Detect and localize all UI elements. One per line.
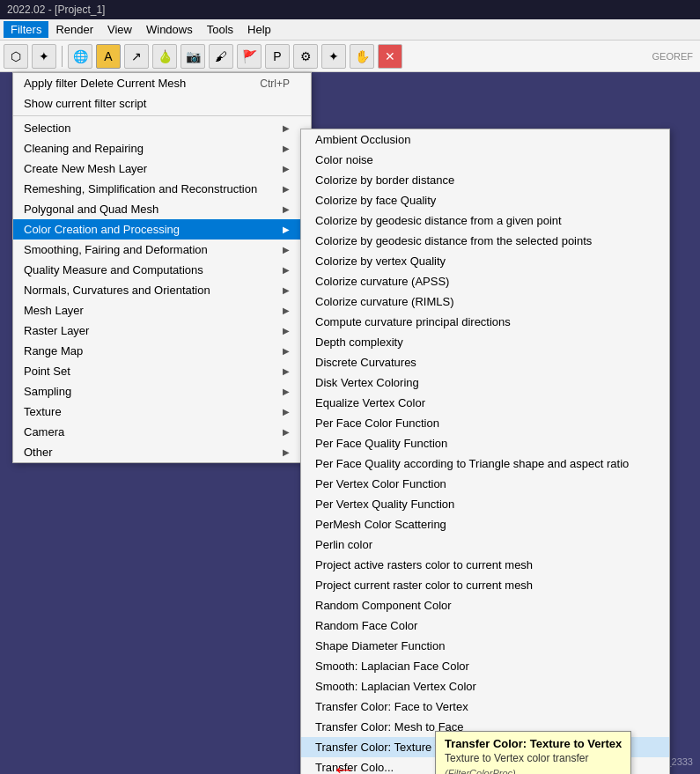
submenu-transfer-face-to-vertex[interactable]: Transfer Color: Face to Vertex — [301, 697, 669, 717]
menu-item-windows[interactable]: Windows — [139, 21, 200, 38]
submenu-colorize-geodesic-point[interactable]: Colorize by geodesic distance from a giv… — [301, 210, 669, 231]
mesh-layer-label: Mesh Layer — [24, 304, 84, 317]
color-creation-arrow: ▶ — [283, 225, 290, 234]
show-script-label: Show current filter script — [24, 97, 146, 110]
range-map-label: Range Map — [24, 344, 83, 358]
normals-label: Normals, Curvatures and Orientation — [24, 284, 210, 297]
menu-polygonal[interactable]: Polygonal and Quad Mesh ▶ — [13, 199, 311, 219]
submenu-permesh-color-scattering[interactable]: PerMesh Color Scattering — [301, 514, 669, 534]
menu-item-help[interactable]: Help — [240, 21, 278, 38]
submenu-per-vertex-color-function[interactable]: Per Vertex Color Function — [301, 474, 669, 494]
submenu-per-face-quality-triangle[interactable]: Per Face Quality according to Triangle s… — [301, 453, 669, 474]
toolbar-sep-1 — [62, 46, 63, 67]
submenu-color-noise[interactable]: Color noise — [301, 150, 669, 170]
toolbar-btn-mesh[interactable]: ⬡ — [4, 44, 28, 69]
toolbar-btn-fruit[interactable]: 🍐 — [152, 44, 177, 69]
submenu-colorize-border[interactable]: Colorize by border distance — [301, 170, 669, 190]
menu-bar: Filters Render View Windows Tools Help — [0, 19, 700, 41]
menu-show-script[interactable]: Show current filter script — [13, 93, 311, 114]
submenu-colorize-vertex-quality[interactable]: Colorize by vertex Quality — [301, 251, 669, 271]
menu-color-creation[interactable]: Color Creation and Processing ▶ — [13, 219, 311, 240]
smoothing-label: Smoothing, Fairing and Deformation — [24, 243, 208, 256]
submenu-colorize-geodesic-selected[interactable]: Colorize by geodesic distance from the s… — [301, 231, 669, 251]
menu-apply-filter[interactable]: Apply filter Delete Current Mesh Ctrl+P — [13, 73, 311, 93]
menu-sep-1 — [13, 115, 311, 116]
toolbar-btn-close[interactable]: ✕ — [378, 44, 402, 69]
submenu-equalize-vertex[interactable]: Equalize Vertex Color — [301, 393, 669, 413]
texture-arrow: ▶ — [283, 407, 290, 416]
cleaning-arrow: ▶ — [283, 144, 290, 153]
menu-camera[interactable]: Camera ▶ — [13, 422, 311, 442]
menu-range-map[interactable]: Range Map ▶ — [13, 341, 311, 361]
submenu-colorize-rimls[interactable]: Colorize curvature (RIMLS) — [301, 291, 669, 312]
submenu-disk-vertex-coloring[interactable]: Disk Vertex Coloring — [301, 372, 669, 393]
submenu-per-face-color-function[interactable]: Per Face Color Function — [301, 413, 669, 433]
submenu-ambient-occlusion[interactable]: Ambient Occlusion — [301, 129, 669, 150]
toolbar-btn-globe[interactable]: 🌐 — [68, 44, 92, 69]
menu-smoothing[interactable]: Smoothing, Fairing and Deformation ▶ — [13, 240, 311, 260]
polygonal-label: Polygonal and Quad Mesh — [24, 203, 158, 216]
toolbar-btn-camera[interactable]: 📷 — [181, 44, 205, 69]
title-text: 2022.02 - [Project_1] — [7, 4, 105, 16]
submenu-project-active-rasters[interactable]: Project active rasters color to current … — [301, 555, 669, 575]
texture-label: Texture — [24, 405, 62, 418]
toolbar-btn-a[interactable]: A — [96, 44, 121, 69]
quality-label: Quality Measure and Computations — [24, 263, 203, 276]
submenu-compute-curvature[interactable]: Compute curvature principal directions — [301, 312, 669, 332]
toolbar-btn-flag[interactable]: 🚩 — [237, 44, 262, 69]
menu-item-filters[interactable]: Filters — [4, 21, 48, 38]
menu-create-mesh[interactable]: Create New Mesh Layer ▶ — [13, 158, 311, 179]
submenu-perlin-color[interactable]: Perlin color — [301, 534, 669, 555]
submenu-smooth-laplacian-vertex[interactable]: Smooth: Laplacian Vertex Color — [301, 676, 669, 697]
submenu-depth-complexity[interactable]: Depth complexity — [301, 332, 669, 352]
toolbar-btn-arrow[interactable]: ↗ — [124, 44, 149, 69]
menu-texture[interactable]: Texture ▶ — [13, 402, 311, 422]
selection-arrow: ▶ — [283, 123, 290, 133]
toolbar-btn-star[interactable]: ✦ — [321, 44, 346, 69]
raster-layer-label: Raster Layer — [24, 324, 89, 337]
submenu-per-vertex-quality-function[interactable]: Per Vertex Quality Function — [301, 494, 669, 514]
submenu-project-current-raster[interactable]: Project current raster color to current … — [301, 575, 669, 595]
submenu-shape-diameter[interactable]: Shape Diameter Function — [301, 636, 669, 656]
menu-item-render[interactable]: Render — [48, 21, 100, 38]
toolbar-btn-p[interactable]: P — [265, 44, 290, 69]
remeshing-arrow: ▶ — [283, 184, 290, 194]
submenu-per-face-quality-function[interactable]: Per Face Quality Function — [301, 433, 669, 453]
toolbar-btn-gear[interactable]: ⚙ — [293, 44, 318, 69]
menu-cleaning[interactable]: Cleaning and Repairing ▶ — [13, 138, 311, 158]
point-set-label: Point Set — [24, 365, 70, 378]
submenu-smooth-laplacian-face[interactable]: Smooth: Laplacian Face Color — [301, 656, 669, 676]
mesh-layer-arrow: ▶ — [283, 306, 290, 315]
menu-other[interactable]: Other ▶ — [13, 442, 311, 462]
tooltip-title: Transfer Color: Texture to Vertex — [445, 737, 622, 750]
color-creation-label: Color Creation and Processing — [24, 223, 180, 236]
submenu-random-component-color[interactable]: Random Component Color — [301, 595, 669, 616]
raster-layer-arrow: ▶ — [283, 326, 290, 335]
submenu-colorize-face-quality[interactable]: Colorize by face Quality — [301, 190, 669, 210]
menu-item-tools[interactable]: Tools — [200, 21, 240, 38]
menu-quality[interactable]: Quality Measure and Computations ▶ — [13, 260, 311, 280]
toolbar-btn-grid[interactable]: ✦ — [32, 44, 56, 69]
range-map-arrow: ▶ — [283, 346, 290, 356]
submenu-colorize-apss[interactable]: Colorize curvature (APSS) — [301, 271, 669, 291]
main-area: Apply filter Delete Current Mesh Ctrl+P … — [0, 72, 700, 774]
menu-point-set[interactable]: Point Set ▶ — [13, 361, 311, 381]
smoothing-arrow: ▶ — [283, 245, 290, 254]
submenu-random-face-color[interactable]: Random Face Color — [301, 616, 669, 636]
selection-label: Selection — [24, 122, 70, 135]
menu-remeshing[interactable]: Remeshing, Simplification and Reconstruc… — [13, 179, 311, 199]
toolbar-btn-brush[interactable]: 🖌 — [209, 44, 233, 69]
toolbar-btn-hand[interactable]: ✋ — [350, 44, 374, 69]
other-label: Other — [24, 446, 53, 459]
menu-sampling[interactable]: Sampling ▶ — [13, 381, 311, 402]
menu-raster-layer[interactable]: Raster Layer ▶ — [13, 321, 311, 341]
submenu-discrete-curvatures[interactable]: Discrete Curvatures — [301, 352, 669, 372]
menu-normals[interactable]: Normals, Curvatures and Orientation ▶ — [13, 280, 311, 300]
menu-selection[interactable]: Selection ▶ — [13, 118, 311, 138]
menu-mesh-layer[interactable]: Mesh Layer ▶ — [13, 300, 311, 321]
title-bar: 2022.02 - [Project_1] — [0, 0, 700, 19]
apply-filter-label: Apply filter Delete Current Mesh — [24, 77, 186, 90]
color-submenu: Ambient Occlusion Color noise Colorize b… — [300, 129, 670, 774]
remeshing-label: Remeshing, Simplification and Reconstruc… — [24, 182, 257, 195]
menu-item-view[interactable]: View — [100, 21, 139, 38]
